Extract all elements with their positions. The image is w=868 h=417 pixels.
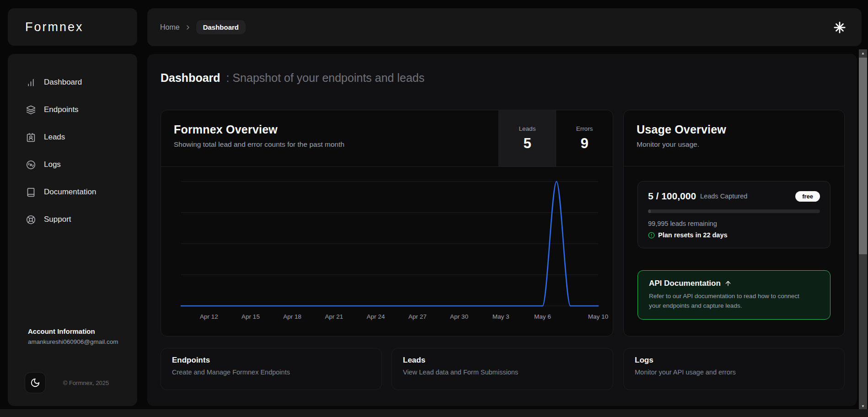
sidebar-item-documentation[interactable]: Documentation bbox=[8, 182, 137, 202]
tab-leads-value: 5 bbox=[523, 135, 531, 152]
page-heading: Dashboard : Snapshot of your endpoints a… bbox=[161, 71, 424, 85]
main-content: Dashboard : Snapshot of your endpoints a… bbox=[147, 54, 857, 406]
moon-icon bbox=[30, 378, 40, 388]
leads-line-chart: Apr 12Apr 15Apr 18Apr 21Apr 24Apr 27Apr … bbox=[161, 167, 613, 336]
layers-icon bbox=[26, 105, 36, 115]
sidebar-item-endpoints[interactable]: Endpoints bbox=[8, 100, 137, 120]
arrow-up-icon bbox=[724, 280, 732, 287]
circle-alert-icon bbox=[648, 232, 655, 239]
topbar: Home Dashboard bbox=[147, 8, 862, 46]
theme-toggle-button[interactable] bbox=[25, 372, 46, 393]
chart-canvas: Apr 12Apr 15Apr 18Apr 21Apr 24Apr 27Apr … bbox=[161, 167, 613, 337]
quick-card-title: Logs bbox=[635, 356, 833, 365]
usage-title: Usage Overview bbox=[637, 123, 844, 136]
overview-header-text: Formnex Overview Showing total lead and … bbox=[161, 110, 498, 166]
sidebar: Dashboard Endpoints Leads Logs Documenta… bbox=[8, 54, 137, 406]
sidebar-item-label: Documentation bbox=[44, 187, 96, 197]
svg-text:Apr 15: Apr 15 bbox=[241, 313, 260, 320]
quick-card-description: View Lead data and Form Submissions bbox=[403, 369, 602, 376]
quick-card-title: Endpoints bbox=[172, 356, 370, 365]
usage-panel: Usage Overview Monitor your usage. 5 / 1… bbox=[623, 110, 845, 337]
svg-text:Apr 21: Apr 21 bbox=[325, 313, 343, 320]
usage-body: 5 / 100,000 Leads Captured free 99,995 l… bbox=[624, 166, 844, 320]
tab-errors-label: Errors bbox=[576, 125, 593, 132]
breadcrumb-current[interactable]: Dashboard bbox=[196, 20, 246, 34]
svg-text:Apr 27: Apr 27 bbox=[408, 313, 427, 320]
usage-remaining-text: 99,995 leads remaining bbox=[648, 220, 820, 227]
book-icon bbox=[26, 187, 36, 197]
usage-resets-row: Plan resets in 22 days bbox=[648, 231, 820, 239]
disc-icon bbox=[26, 160, 36, 170]
page-subtitle: : Snapshot of your endpoints and leads bbox=[226, 71, 425, 84]
quick-card-endpoints[interactable]: Endpoints Create and Manage Formnex Endp… bbox=[161, 348, 382, 390]
svg-text:Apr 12: Apr 12 bbox=[200, 313, 218, 320]
usage-progress-fill bbox=[648, 209, 651, 213]
svg-text:Apr 18: Apr 18 bbox=[283, 313, 301, 320]
breadcrumb-home-link[interactable]: Home bbox=[160, 23, 180, 32]
account-heading: Account Information bbox=[28, 327, 133, 335]
app-window: Formnex Home Dashboard Dashboard Endpoin… bbox=[0, 0, 868, 417]
svg-text:May 10: May 10 bbox=[588, 313, 608, 320]
contact-card-icon bbox=[26, 133, 36, 142]
quick-card-title: Leads bbox=[403, 356, 602, 365]
api-doc-title-row: API Documentation bbox=[649, 279, 819, 288]
sidebar-item-label: Logs bbox=[44, 160, 61, 169]
page-title: Dashboard bbox=[161, 71, 220, 84]
usage-captured-label: Leads Captured bbox=[700, 192, 747, 200]
chevron-right-icon bbox=[184, 24, 192, 31]
usage-header: Usage Overview Monitor your usage. bbox=[624, 110, 844, 166]
scrollbar-down-arrow[interactable]: ▼ bbox=[859, 402, 867, 410]
copyright-text: © Formnex, 2025 bbox=[46, 380, 126, 386]
vertical-scrollbar[interactable]: ▲ ▼ bbox=[859, 49, 867, 410]
api-documentation-card[interactable]: API Documentation Refer to our API docum… bbox=[638, 270, 830, 320]
usage-subtitle: Monitor your usage. bbox=[637, 140, 844, 149]
sidebar-item-label: Dashboard bbox=[44, 78, 82, 87]
sidebar-item-leads[interactable]: Leads bbox=[8, 127, 137, 147]
sidebar-item-label: Support bbox=[44, 215, 71, 224]
overview-title: Formnex Overview bbox=[174, 123, 498, 136]
account-info: Account Information amankureshi060906@gm… bbox=[28, 327, 133, 345]
scrollbar-thumb[interactable] bbox=[859, 58, 867, 254]
sidebar-item-label: Endpoints bbox=[44, 105, 79, 114]
tab-errors-value: 9 bbox=[580, 135, 588, 152]
sidebar-item-label: Leads bbox=[44, 133, 65, 142]
sidebar-footer: © Formnex, 2025 bbox=[25, 372, 126, 393]
usage-captured-count: 5 / 100,000 bbox=[648, 191, 696, 202]
sidebar-item-dashboard[interactable]: Dashboard bbox=[8, 72, 137, 92]
bottom-strip bbox=[0, 409, 868, 417]
svg-text:Apr 24: Apr 24 bbox=[367, 313, 385, 320]
quick-card-leads[interactable]: Leads View Lead data and Form Submission… bbox=[391, 348, 613, 390]
api-doc-description: Refer to our API documentation to read h… bbox=[649, 292, 807, 311]
life-buoy-icon bbox=[26, 215, 36, 225]
usage-quota-box: 5 / 100,000 Leads Captured free 99,995 l… bbox=[638, 181, 830, 248]
usage-progress-bar bbox=[648, 209, 820, 213]
tab-errors[interactable]: Errors 9 bbox=[556, 110, 613, 166]
overview-header: Formnex Overview Showing total lead and … bbox=[161, 110, 613, 167]
tab-leads-label: Leads bbox=[519, 125, 536, 132]
sidebar-item-logs[interactable]: Logs bbox=[8, 155, 137, 175]
sidebar-item-support[interactable]: Support bbox=[8, 209, 137, 230]
svg-text:May 6: May 6 bbox=[534, 313, 551, 320]
usage-resets-text: Plan resets in 22 days bbox=[658, 231, 728, 239]
overview-subtitle: Showing total lead and error counts for … bbox=[174, 140, 498, 149]
svg-text:Apr 30: Apr 30 bbox=[450, 313, 468, 320]
brand-logo: Formnex bbox=[25, 20, 84, 34]
chart-column-icon bbox=[26, 78, 36, 87]
plan-badge: free bbox=[795, 191, 820, 202]
logo-card: Formnex bbox=[8, 8, 137, 46]
scrollbar-up-arrow[interactable]: ▲ bbox=[859, 49, 867, 57]
usage-quota-row: 5 / 100,000 Leads Captured free bbox=[648, 191, 820, 202]
api-doc-title: API Documentation bbox=[649, 279, 721, 288]
quick-card-description: Create and Manage Formnex Endpoints bbox=[172, 369, 370, 376]
svg-text:May 3: May 3 bbox=[493, 313, 509, 320]
overview-panel: Formnex Overview Showing total lead and … bbox=[161, 110, 613, 337]
quick-card-description: Monitor your API usage and errors bbox=[635, 369, 833, 376]
asterisk-icon[interactable] bbox=[830, 18, 849, 37]
account-email: amankureshi060906@gmail.com bbox=[28, 338, 133, 345]
quick-card-logs[interactable]: Logs Monitor your API usage and errors bbox=[623, 348, 845, 390]
tab-leads[interactable]: Leads 5 bbox=[498, 110, 556, 166]
